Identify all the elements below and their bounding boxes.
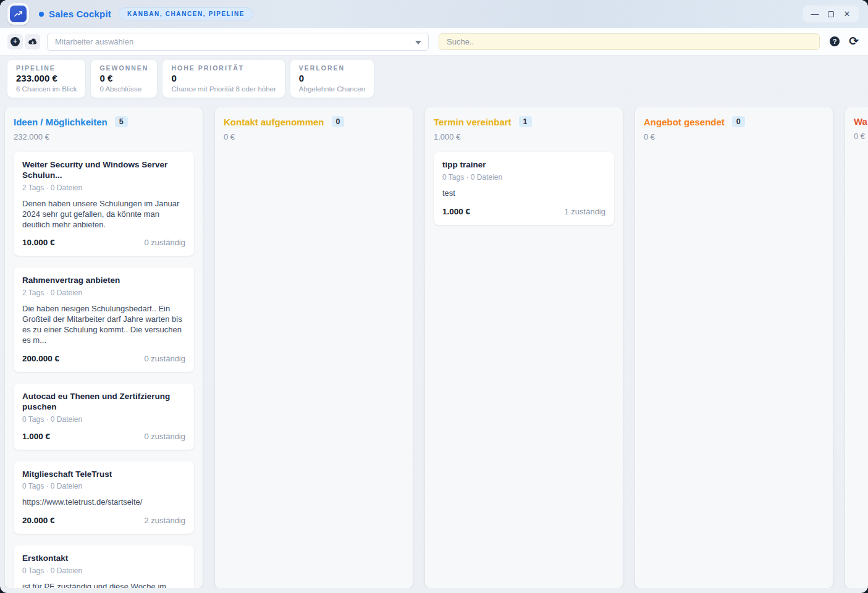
card-assigned-count: 0 zuständig	[145, 238, 186, 247]
card-description: Die haben riesigen Schulungsbedarf.. Ein…	[22, 304, 185, 346]
column-amount: 0 €	[854, 132, 868, 141]
stat-sub: 0 Abschlüsse	[99, 85, 148, 93]
card-title: Rahmenvertrag anbieten	[22, 275, 185, 286]
employee-select-placeholder: Mitarbeiter auswählen	[55, 37, 133, 46]
card-value: 1.000 €	[442, 207, 470, 216]
card-meta: 0 Tags · 0 Dateien	[442, 173, 605, 182]
card-footer: 1.000 € 1 zuständig	[442, 207, 605, 216]
stat-value: 0	[171, 73, 276, 83]
stats-row: PIPELINE 233.000 € 6 Chancen im Blick GE…	[7, 60, 374, 98]
column-title: Termin vereinbart	[434, 117, 512, 127]
card-meta: 0 Tags · 0 Dateien	[22, 566, 185, 575]
column-amount: 0 €	[644, 132, 824, 141]
stat-card-pipeline: PIPELINE 233.000 € 6 Chancen im Blick	[7, 60, 85, 98]
search-input[interactable]	[439, 33, 820, 50]
refresh-icon[interactable]: ⟳	[848, 35, 860, 48]
card-description: Denen haben unsere Schulungen im Januar …	[22, 199, 185, 230]
card-footer: 10.000 € 0 zuständig	[22, 238, 185, 247]
stat-value: 0	[299, 73, 365, 83]
cloud-download-icon	[28, 38, 38, 46]
kanban-column-angebot-gesendet: Angebot gesendet 0 0 €	[635, 107, 833, 588]
card-assigned-count: 0 zuständig	[145, 354, 186, 363]
kanban-column-termin-vereinbart: Termin vereinbart 1 1.000 € tipp trainer…	[425, 107, 623, 588]
stat-label: VERLOREN	[299, 64, 365, 72]
column-count-badge: 1	[519, 116, 532, 127]
plus-circle-icon: +	[11, 37, 20, 46]
stat-label: GEWONNEN	[99, 64, 148, 72]
kanban-card[interactable]: tipp trainer 0 Tags · 0 Dateien test 1.0…	[434, 152, 614, 225]
app-logo	[7, 3, 29, 25]
column-title: Ideen / Möglichkeiten	[14, 117, 107, 127]
app-subtitle-badge: KANBAN, CHANCEN, PIPELINE	[119, 7, 253, 20]
card-meta: 2 Tags · 0 Dateien	[22, 288, 185, 297]
stat-value: 0 €	[99, 73, 148, 83]
employee-select[interactable]: Mitarbeiter auswählen	[47, 33, 429, 51]
card-footer: 20.000 € 2 zuständig	[22, 516, 185, 525]
card-footer: 1.000 € 0 zuständig	[22, 432, 185, 441]
status-dot-icon	[39, 12, 44, 17]
close-icon[interactable]: ✕	[841, 9, 853, 20]
stat-value: 233.000 €	[16, 73, 77, 83]
app-window: Sales Cockpit KANBAN, CHANCEN, PIPELINE …	[0, 0, 868, 593]
card-footer: 200.000 € 0 zuständig	[22, 354, 185, 363]
titlebar: Sales Cockpit KANBAN, CHANCEN, PIPELINE …	[0, 0, 868, 28]
column-title: Angebot gesendet	[644, 117, 725, 127]
kanban-card[interactable]: Erstkontakt 0 Tags · 0 Dateien ist für P…	[14, 545, 194, 588]
help-icon[interactable]: ?	[830, 36, 840, 46]
column-header: Angebot gesendet 0	[644, 116, 824, 127]
card-list: tipp trainer 0 Tags · 0 Dateien test 1.0…	[434, 152, 614, 225]
kanban-column-clipped: Wa 0 €	[845, 107, 868, 588]
card-assigned-count: 1 zuständig	[565, 207, 606, 216]
kanban-board: Ideen / Möglichkeiten 5 232.000 € Weiter…	[0, 107, 868, 588]
app-title: Sales Cockpit	[49, 9, 111, 19]
card-title: Autocad eu Thenen und Zertifzierung pusc…	[22, 392, 185, 413]
column-header: Kontakt aufgenommen 0	[224, 116, 404, 127]
kanban-column-kontakt-aufgenommen: Kontakt aufgenommen 0 0 €	[215, 107, 413, 588]
card-list: Weiter Security und Windows Server Schul…	[14, 152, 194, 588]
card-value: 200.000 €	[22, 354, 59, 363]
cloud-download-button[interactable]	[25, 34, 40, 49]
stat-label: PIPELINE	[16, 64, 77, 72]
card-description: test	[442, 188, 605, 199]
stat-card-gewonnen: GEWONNEN 0 € 0 Abschlüsse	[91, 60, 157, 98]
column-count-badge: 0	[332, 116, 345, 127]
stat-card-verloren: VERLOREN 0 Abgelehnte Chancen	[290, 60, 374, 98]
window-controls: — ✕	[803, 5, 859, 23]
card-title: Mitglieschaft TeleTrust	[22, 469, 185, 480]
card-value: 1.000 €	[22, 432, 50, 441]
add-button[interactable]: +	[7, 34, 23, 49]
column-header: Termin vereinbart 1	[434, 116, 614, 127]
card-value: 10.000 €	[22, 238, 55, 247]
stat-sub: Abgelehnte Chancen	[299, 85, 365, 93]
minimize-icon[interactable]: —	[809, 9, 820, 20]
card-meta: 0 Tags · 0 Dateien	[22, 482, 185, 490]
column-title: Kontakt aufgenommen	[224, 117, 324, 127]
card-assigned-count: 0 zuständig	[145, 432, 186, 441]
card-meta: 2 Tags · 0 Dateien	[22, 183, 185, 192]
card-title: Weiter Security und Windows Server Schul…	[22, 160, 185, 181]
card-description: https://www.teletrust.de/startseite/	[22, 497, 185, 508]
card-assigned-count: 2 zuständig	[145, 516, 186, 525]
kanban-card[interactable]: Rahmenvertrag anbieten 2 Tags · 0 Dateie…	[14, 267, 194, 371]
column-amount: 232.000 €	[14, 132, 194, 141]
column-count-badge: 0	[732, 116, 745, 127]
chevron-down-icon	[415, 41, 421, 44]
chart-trending-up-icon	[10, 6, 27, 22]
column-title: Wa	[854, 116, 867, 127]
stat-sub: Chance mit Priorität 8 oder höher	[171, 85, 276, 93]
kanban-card[interactable]: Autocad eu Thenen und Zertifzierung pusc…	[14, 384, 194, 450]
stat-card-hohe-prioritaet: HOHE PRIORITÄT 0 Chance mit Priorität 8 …	[162, 60, 284, 98]
kanban-card[interactable]: Weiter Security und Windows Server Schul…	[14, 152, 194, 256]
card-title: tipp trainer	[442, 160, 605, 170]
column-header: Wa	[854, 116, 868, 127]
column-count-badge: 5	[115, 116, 128, 127]
toolbar: + Mitarbeiter auswählen ? ⟳	[0, 28, 868, 56]
kanban-card[interactable]: Mitglieschaft TeleTrust 0 Tags · 0 Datei…	[14, 461, 194, 534]
column-header: Ideen / Möglichkeiten 5	[14, 116, 194, 127]
maximize-icon[interactable]	[825, 9, 836, 20]
column-amount: 1.000 €	[434, 132, 614, 141]
card-title: Erstkontakt	[22, 553, 185, 564]
stat-sub: 6 Chancen im Blick	[16, 85, 77, 93]
card-description: ist für PE zuständig und diese Woche im …	[22, 582, 185, 588]
stat-label: HOHE PRIORITÄT	[171, 64, 276, 72]
